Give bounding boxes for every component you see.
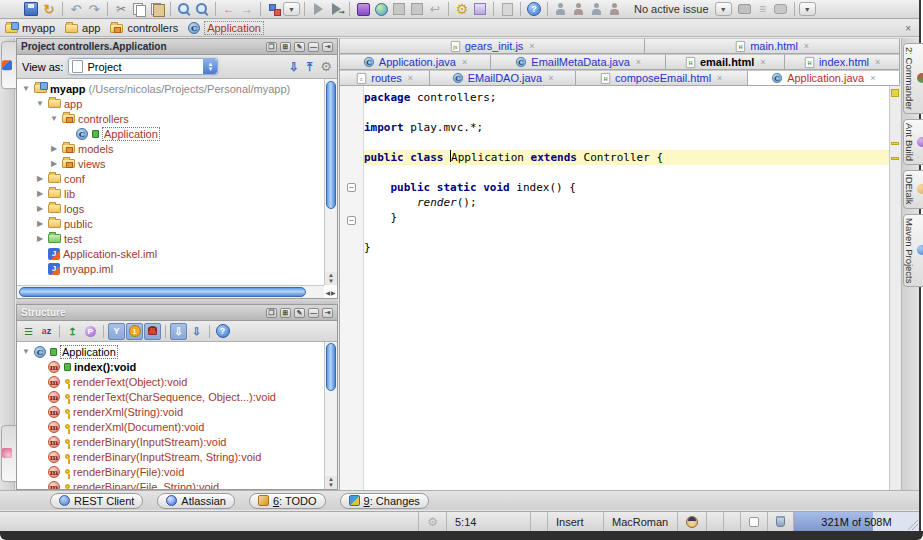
encoding-cell[interactable]: MacRoman (603, 512, 677, 531)
gc-cell[interactable] (767, 512, 793, 531)
memory-indicator[interactable]: 321M of 508M (793, 512, 919, 531)
redo-icon[interactable]: ↷ (86, 1, 102, 17)
code-line[interactable]: } (364, 240, 900, 255)
autoscroll-to-source-icon[interactable] (170, 323, 187, 340)
structure-tree-row[interactable]: mrenderXml(String):void (19, 404, 337, 419)
copy-disabled-icon[interactable] (391, 1, 407, 17)
minimize-icon[interactable]: — (308, 42, 319, 52)
structure-tree-row[interactable]: mindex():void (19, 359, 337, 374)
run-icon[interactable] (310, 1, 326, 17)
float-mode-icon[interactable]: ❐ (266, 42, 277, 52)
tree-expander-icon[interactable]: ▼ (21, 84, 31, 93)
doc-icon[interactable] (499, 1, 515, 17)
toolwindow-button-Atlassian[interactable]: Atlassian (157, 493, 235, 509)
breadcrumb-item-Application[interactable]: CApplication (188, 21, 264, 35)
toolwindow-button-6: TODO[interactable]: 6: TODO (249, 493, 326, 509)
editor-code[interactable]: package controllers; import play.mvc.*; … (364, 86, 900, 490)
tab-close-icon[interactable]: × (548, 73, 553, 83)
scrollbar-arrows[interactable]: ▲▼ (324, 272, 337, 285)
tree-expander-icon[interactable]: ▶ (35, 219, 45, 228)
tab-close-icon[interactable]: × (760, 57, 765, 67)
sort-by-visibility-icon[interactable] (20, 323, 37, 340)
fold-marker-icon[interactable]: − (347, 216, 356, 225)
tree-expander-icon[interactable]: ▶ (35, 174, 45, 183)
active-issue-selector[interactable]: No active issue▼ (628, 2, 732, 16)
back-icon[interactable]: ← (221, 1, 237, 17)
editor-tab-routes[interactable]: routes× (340, 70, 430, 85)
idetalk-status-cell[interactable] (677, 512, 706, 531)
sync-icon[interactable]: ↻ (41, 1, 57, 17)
code-line[interactable] (364, 225, 900, 240)
scrollbar-arrows[interactable]: ▲▼ (324, 476, 337, 489)
pin-icon[interactable]: ✎ (294, 42, 305, 52)
gear-icon[interactable]: ⚙ (320, 59, 332, 74)
tab-close-icon[interactable]: × (636, 57, 641, 67)
person-status-icon[interactable] (589, 1, 605, 17)
tab-close-icon[interactable]: × (870, 73, 875, 83)
readonly-toggle-cell[interactable] (740, 512, 767, 531)
fold-marker-icon[interactable]: − (347, 183, 356, 192)
breadcrumb-item-app[interactable]: app (65, 22, 100, 34)
warning-mark[interactable] (891, 142, 899, 145)
toolwindow-button-9: Changes[interactable]: 9: Changes (340, 493, 429, 509)
editor-tab-index.html[interactable]: index.html× (785, 54, 900, 69)
dock-mode-icon[interactable]: ⊞ (280, 42, 291, 52)
settings-icon[interactable]: ⚙ (454, 1, 470, 17)
help-icon[interactable] (214, 323, 231, 340)
tree-expander-icon[interactable]: ▶ (35, 204, 45, 213)
breadcrumb-item-controllers[interactable]: controllers (110, 22, 178, 34)
structure-vertical-scrollbar[interactable] (324, 342, 337, 489)
float-mode-icon[interactable]: ❐ (266, 308, 277, 318)
paste-icon[interactable] (149, 1, 165, 17)
code-line[interactable]: public class Application extends Control… (364, 150, 900, 165)
tree-expander-icon[interactable]: ▼ (49, 114, 59, 123)
person-commit-icon[interactable] (571, 1, 587, 17)
tab-close-icon[interactable]: × (408, 73, 413, 83)
code-line[interactable] (364, 105, 900, 120)
show-non-public-icon[interactable] (126, 323, 143, 340)
show-inherited-icon[interactable] (108, 323, 125, 340)
cut-icon[interactable]: ✂ (113, 1, 129, 17)
autoscroll-to-source-icon[interactable]: ⇩ (289, 60, 299, 74)
checkbox-icon[interactable] (749, 517, 759, 527)
editor-tab-main.html[interactable]: main.html× (645, 38, 900, 53)
autoscroll-from-source-icon[interactable] (188, 323, 205, 340)
toolwindow-button-REST Client[interactable]: REST Client (50, 493, 143, 509)
editor-tab-EmailMetaData.java[interactable]: CEmailMetaData.java× (491, 54, 666, 69)
revert-icon[interactable]: ↩ (427, 1, 443, 17)
project-tree-row[interactable]: ▼myapp (/Users/nicolas/Projects/Personal… (19, 81, 337, 96)
toolwindow-tab-Maven Projects[interactable]: Maven Projects (903, 214, 923, 287)
error-stripe[interactable] (889, 86, 900, 490)
help-icon[interactable] (526, 1, 542, 17)
project-tree-row[interactable]: CApplication (19, 126, 337, 141)
tree-expander-icon[interactable]: ▶ (49, 144, 59, 153)
structure-tree-row[interactable]: ▼CApplication (19, 344, 337, 359)
package-icon[interactable] (355, 1, 371, 17)
undo-icon[interactable]: ↶ (68, 1, 84, 17)
tab-close-icon[interactable]: × (717, 73, 722, 83)
show-properties-icon[interactable] (82, 323, 99, 340)
project-horizontal-scrollbar[interactable]: ◀▶ (17, 285, 324, 298)
editor-tab-email.html[interactable]: email.html× (666, 54, 785, 69)
code-line[interactable]: package controllers; (364, 90, 900, 105)
hide-icon[interactable]: ⇥ (322, 308, 333, 318)
code-line[interactable]: public static void index() { (364, 180, 900, 195)
project-tree-row[interactable]: ▶logs (19, 201, 337, 216)
open-icon[interactable] (5, 1, 21, 17)
tab-close-icon[interactable]: × (804, 41, 809, 51)
tab-close-icon[interactable]: × (462, 57, 467, 67)
tree-expander-icon[interactable]: ▶ (35, 189, 45, 198)
breadcrumb-item-myapp[interactable]: myapp (5, 22, 55, 34)
code-line[interactable]: render(); (364, 195, 900, 210)
toolwindow-tab-2: Commander[interactable]: 2: Commander (903, 43, 923, 114)
project-vertical-scrollbar[interactable] (324, 79, 337, 285)
tree-expander-icon[interactable]: ▶ (49, 159, 59, 168)
editor-tab-Application.java[interactable]: CApplication.java× (340, 54, 491, 69)
collapse-all-icon[interactable]: ⤒ (307, 60, 312, 74)
editor-tab-Application.java[interactable]: CApplication.java× (748, 70, 900, 85)
project-tree-row[interactable]: ▶public (19, 216, 337, 231)
find-icon[interactable] (176, 1, 192, 17)
project-tree-row[interactable]: JApplication-skel.iml (19, 246, 337, 261)
code-line[interactable]: import play.mvc.*; (364, 120, 900, 135)
editor-tab-composeEmail.html[interactable]: composeEmail.html× (576, 70, 748, 85)
